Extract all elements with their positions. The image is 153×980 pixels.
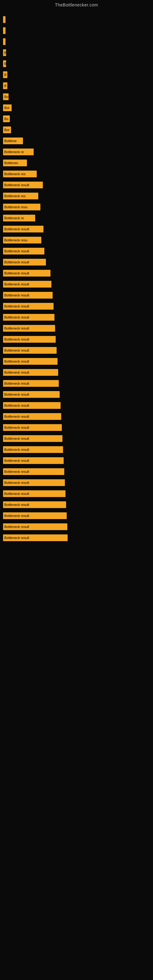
bar-row: Bottleneck re [3, 213, 150, 223]
bar-label: Bottleneck re [3, 215, 35, 221]
bar-row: Bottleneck result [3, 268, 150, 278]
bar-label: Bottleneck result [3, 314, 54, 321]
bar-row: Bottleneck result [3, 301, 150, 311]
bar-row: Bo [3, 92, 150, 102]
bar-row: Bottleneck result [3, 246, 150, 256]
bar-label: Bottleneck result [3, 501, 66, 508]
bar-label: Bottleneck result [3, 490, 65, 497]
bar-row: Bottleneck result [3, 323, 150, 333]
bar-label: Bottleneck result [3, 535, 68, 541]
bar-label: Bottleneck re [3, 148, 33, 155]
bar-label: Bottleneck result [3, 457, 64, 464]
site-title: TheBottlenecker.com [0, 0, 153, 9]
bar-label [3, 16, 5, 23]
bar-row: Bottleneck result [3, 224, 150, 234]
bar-label: Bottleneck result [3, 336, 56, 343]
bar-label: Bottleneck result [3, 391, 60, 398]
bar-label: Bo [3, 115, 10, 122]
bar-row: B [3, 70, 150, 80]
bar-row: Bottleneck result [3, 434, 150, 444]
bar-label: Bottleneck result [3, 281, 51, 288]
bar-label: Bottleneck result [3, 259, 46, 266]
bar-label: Bottleneck result [3, 369, 58, 376]
bar-label: Bottleneck result [3, 181, 43, 188]
bar-row: Bottleneck result [3, 456, 150, 466]
bar-label: B [3, 49, 6, 56]
bar-label: Bottleneck result [3, 380, 59, 387]
bar-label: Bottleneck result [3, 402, 61, 409]
bar-label: Bottleneck result [3, 435, 62, 442]
bar-label: B [3, 83, 7, 89]
bar-label: Bottleneck result [3, 512, 67, 519]
bar-label: Bottleneck result [3, 303, 54, 310]
bar-row: Bottleneck re [3, 147, 150, 157]
bar-row: Bottleneck result [3, 180, 150, 190]
bar-label: Bot [3, 126, 11, 133]
bar-label: Bottleneck result [3, 468, 64, 475]
bar-row: Bot [3, 103, 150, 113]
bar-row: Bottleneck result [3, 445, 150, 455]
bar-label: Bottleneck resu [3, 237, 41, 243]
bar-label: Bottleneck result [3, 358, 57, 365]
bar-label: Bottleneck result [3, 479, 65, 486]
bar-row: Bottleneck res [3, 191, 150, 201]
bar-row: Bottleneck result [3, 356, 150, 366]
bar-row: Bottleneck result [3, 467, 150, 477]
bar-row: B [3, 48, 150, 57]
bar-row: Bottleneck resu [3, 235, 150, 245]
bar-row: Bottleneck result [3, 489, 150, 499]
bar-label: Bottleneck result [3, 325, 55, 332]
bar-row: B [3, 59, 150, 68]
bar-row: Bottlenec [3, 158, 150, 168]
bar-label: Bottleneck result [3, 347, 57, 354]
bar-row: Bo [3, 114, 150, 124]
bar-label: Bottlene [3, 137, 23, 144]
bar-row: Bottleneck res [3, 169, 150, 179]
bar-row: Bottleneck result [3, 533, 150, 542]
bar-row: Bottleneck result [3, 478, 150, 488]
bar-label [3, 38, 5, 45]
bar-row: Bottleneck result [3, 334, 150, 344]
bar-label: Bottleneck result [3, 270, 51, 277]
bar-row: Bot [3, 125, 150, 135]
bar-label: Bottleneck res [3, 170, 37, 177]
bar-label: B [3, 60, 6, 67]
bars-container: BBBBBoBotBoBotBottleneBottleneck reBottl… [0, 9, 153, 547]
bar-label [3, 27, 5, 34]
bar-row: Bottleneck result [3, 345, 150, 355]
bar-row: Bottleneck resu [3, 202, 150, 212]
bar-label: Bottleneck result [3, 413, 61, 420]
bar-row: Bottlene [3, 136, 150, 146]
bar-row: B [3, 81, 150, 91]
bar-row: Bottleneck result [3, 257, 150, 267]
bar-row: Bottleneck result [3, 312, 150, 322]
bar-row: Bottleneck result [3, 279, 150, 289]
bar-label: B [3, 72, 7, 78]
bar-label: Bottleneck result [3, 446, 63, 453]
bar-label: Bottleneck result [3, 424, 62, 431]
bar-row: Bottleneck result [3, 368, 150, 377]
bar-row: Bottleneck result [3, 511, 150, 520]
bar-row: Bottleneck result [3, 500, 150, 510]
bar-row: Bottleneck result [3, 390, 150, 399]
bar-label: Bottlenec [3, 159, 27, 166]
bar-row [3, 26, 150, 35]
bar-label: Bot [3, 105, 12, 111]
bar-label: Bo [3, 94, 9, 100]
bar-row: Bottleneck result [3, 401, 150, 410]
bar-label: Bottleneck result [3, 248, 45, 255]
bar-label: Bottleneck result [3, 523, 67, 530]
bar-row: Bottleneck result [3, 423, 150, 433]
bar-label: Bottleneck resu [3, 204, 40, 210]
bar-row [3, 37, 150, 46]
bar-label: Bottleneck res [3, 192, 38, 199]
bar-label: Bottleneck result [3, 292, 53, 299]
bar-row: Bottleneck result [3, 412, 150, 422]
bar-row [3, 15, 150, 24]
bar-row: Bottleneck result [3, 379, 150, 388]
bar-label: Bottleneck result [3, 226, 43, 232]
bar-row: Bottleneck result [3, 290, 150, 300]
bar-row: Bottleneck result [3, 522, 150, 531]
